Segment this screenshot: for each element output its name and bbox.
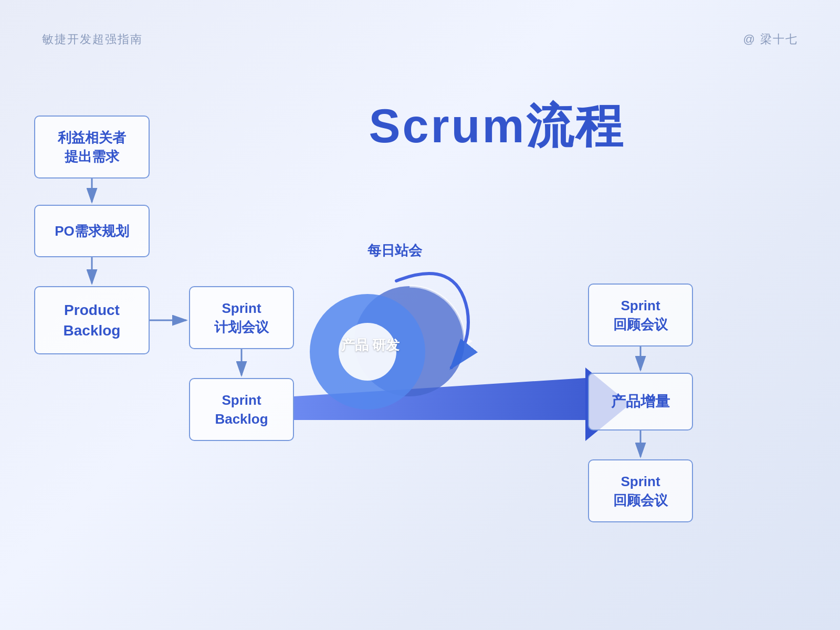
- product-backlog-box: ProductBacklog: [34, 286, 150, 354]
- svg-marker-13: [465, 336, 472, 346]
- sprint-planning-box: Sprint计划会议: [189, 286, 294, 349]
- product-dev-label: 产品 研发: [341, 335, 400, 355]
- header-left-label: 敏捷开发超强指南: [42, 32, 143, 47]
- sprint-review-top-box: Sprint回顾会议: [588, 284, 693, 346]
- sprint-review-bottom-box: Sprint回顾会议: [588, 459, 693, 522]
- svg-marker-6: [294, 378, 585, 420]
- daily-standup-label: 每日站会: [368, 242, 422, 260]
- main-title: Scrum流程: [369, 94, 625, 159]
- stakeholder-box: 利益相关者提出需求: [34, 116, 150, 178]
- po-planning-box: PO需求规划: [34, 205, 150, 257]
- product-increment-box: 产品增量: [588, 373, 693, 430]
- sprint-backlog-box: SprintBacklog: [189, 378, 294, 441]
- header-right-label: @ 梁十七: [743, 32, 798, 47]
